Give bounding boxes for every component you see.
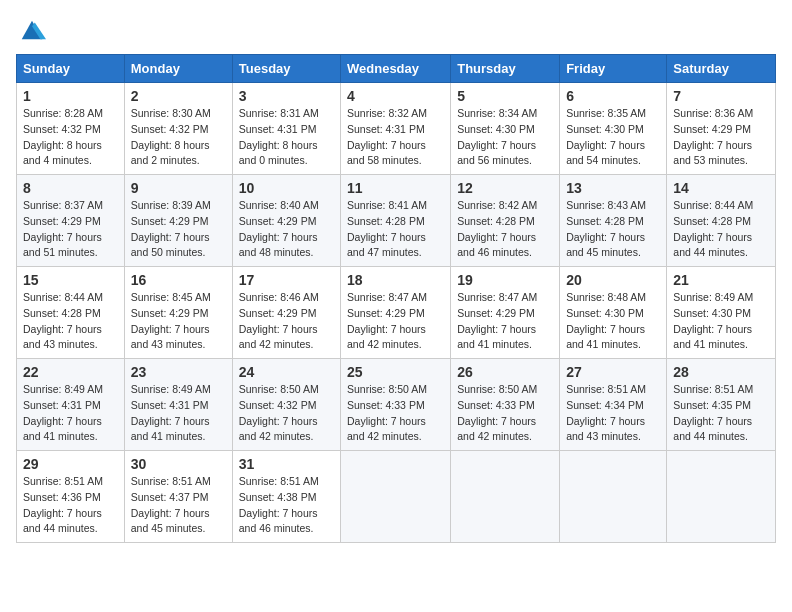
day-detail: Sunrise: 8:47 AM Sunset: 4:29 PM Dayligh… bbox=[457, 291, 537, 350]
day-detail: Sunrise: 8:44 AM Sunset: 4:28 PM Dayligh… bbox=[23, 291, 103, 350]
day-cell bbox=[560, 451, 667, 543]
day-number: 18 bbox=[347, 272, 444, 288]
day-number: 29 bbox=[23, 456, 118, 472]
day-cell: 9 Sunrise: 8:39 AM Sunset: 4:29 PM Dayli… bbox=[124, 175, 232, 267]
day-number: 9 bbox=[131, 180, 226, 196]
day-number: 16 bbox=[131, 272, 226, 288]
day-number: 5 bbox=[457, 88, 553, 104]
day-number: 19 bbox=[457, 272, 553, 288]
day-number: 17 bbox=[239, 272, 334, 288]
day-detail: Sunrise: 8:48 AM Sunset: 4:30 PM Dayligh… bbox=[566, 291, 646, 350]
day-cell: 5 Sunrise: 8:34 AM Sunset: 4:30 PM Dayli… bbox=[451, 83, 560, 175]
day-cell: 28 Sunrise: 8:51 AM Sunset: 4:35 PM Dayl… bbox=[667, 359, 776, 451]
day-cell: 22 Sunrise: 8:49 AM Sunset: 4:31 PM Dayl… bbox=[17, 359, 125, 451]
day-detail: Sunrise: 8:44 AM Sunset: 4:28 PM Dayligh… bbox=[673, 199, 753, 258]
day-number: 26 bbox=[457, 364, 553, 380]
day-number: 2 bbox=[131, 88, 226, 104]
day-detail: Sunrise: 8:32 AM Sunset: 4:31 PM Dayligh… bbox=[347, 107, 427, 166]
day-detail: Sunrise: 8:36 AM Sunset: 4:29 PM Dayligh… bbox=[673, 107, 753, 166]
col-header-wednesday: Wednesday bbox=[341, 55, 451, 83]
day-cell: 11 Sunrise: 8:41 AM Sunset: 4:28 PM Dayl… bbox=[341, 175, 451, 267]
col-header-thursday: Thursday bbox=[451, 55, 560, 83]
day-cell: 3 Sunrise: 8:31 AM Sunset: 4:31 PM Dayli… bbox=[232, 83, 340, 175]
day-number: 20 bbox=[566, 272, 660, 288]
day-detail: Sunrise: 8:51 AM Sunset: 4:37 PM Dayligh… bbox=[131, 475, 211, 534]
day-number: 8 bbox=[23, 180, 118, 196]
day-detail: Sunrise: 8:34 AM Sunset: 4:30 PM Dayligh… bbox=[457, 107, 537, 166]
day-cell bbox=[341, 451, 451, 543]
week-row-1: 1 Sunrise: 8:28 AM Sunset: 4:32 PM Dayli… bbox=[17, 83, 776, 175]
week-row-3: 15 Sunrise: 8:44 AM Sunset: 4:28 PM Dayl… bbox=[17, 267, 776, 359]
col-header-saturday: Saturday bbox=[667, 55, 776, 83]
day-detail: Sunrise: 8:46 AM Sunset: 4:29 PM Dayligh… bbox=[239, 291, 319, 350]
day-cell: 31 Sunrise: 8:51 AM Sunset: 4:38 PM Dayl… bbox=[232, 451, 340, 543]
day-cell bbox=[667, 451, 776, 543]
day-detail: Sunrise: 8:39 AM Sunset: 4:29 PM Dayligh… bbox=[131, 199, 211, 258]
day-cell: 26 Sunrise: 8:50 AM Sunset: 4:33 PM Dayl… bbox=[451, 359, 560, 451]
day-number: 12 bbox=[457, 180, 553, 196]
day-number: 24 bbox=[239, 364, 334, 380]
day-detail: Sunrise: 8:47 AM Sunset: 4:29 PM Dayligh… bbox=[347, 291, 427, 350]
day-cell: 10 Sunrise: 8:40 AM Sunset: 4:29 PM Dayl… bbox=[232, 175, 340, 267]
day-cell bbox=[451, 451, 560, 543]
week-row-2: 8 Sunrise: 8:37 AM Sunset: 4:29 PM Dayli… bbox=[17, 175, 776, 267]
day-detail: Sunrise: 8:40 AM Sunset: 4:29 PM Dayligh… bbox=[239, 199, 319, 258]
day-cell: 2 Sunrise: 8:30 AM Sunset: 4:32 PM Dayli… bbox=[124, 83, 232, 175]
day-cell: 19 Sunrise: 8:47 AM Sunset: 4:29 PM Dayl… bbox=[451, 267, 560, 359]
day-number: 14 bbox=[673, 180, 769, 196]
day-number: 27 bbox=[566, 364, 660, 380]
day-detail: Sunrise: 8:30 AM Sunset: 4:32 PM Dayligh… bbox=[131, 107, 211, 166]
day-detail: Sunrise: 8:51 AM Sunset: 4:36 PM Dayligh… bbox=[23, 475, 103, 534]
day-detail: Sunrise: 8:49 AM Sunset: 4:30 PM Dayligh… bbox=[673, 291, 753, 350]
day-detail: Sunrise: 8:49 AM Sunset: 4:31 PM Dayligh… bbox=[131, 383, 211, 442]
day-number: 7 bbox=[673, 88, 769, 104]
day-detail: Sunrise: 8:45 AM Sunset: 4:29 PM Dayligh… bbox=[131, 291, 211, 350]
day-cell: 18 Sunrise: 8:47 AM Sunset: 4:29 PM Dayl… bbox=[341, 267, 451, 359]
day-number: 23 bbox=[131, 364, 226, 380]
day-cell: 8 Sunrise: 8:37 AM Sunset: 4:29 PM Dayli… bbox=[17, 175, 125, 267]
day-cell: 14 Sunrise: 8:44 AM Sunset: 4:28 PM Dayl… bbox=[667, 175, 776, 267]
day-number: 30 bbox=[131, 456, 226, 472]
day-cell: 17 Sunrise: 8:46 AM Sunset: 4:29 PM Dayl… bbox=[232, 267, 340, 359]
day-cell: 29 Sunrise: 8:51 AM Sunset: 4:36 PM Dayl… bbox=[17, 451, 125, 543]
col-header-friday: Friday bbox=[560, 55, 667, 83]
day-number: 3 bbox=[239, 88, 334, 104]
day-detail: Sunrise: 8:42 AM Sunset: 4:28 PM Dayligh… bbox=[457, 199, 537, 258]
day-detail: Sunrise: 8:51 AM Sunset: 4:38 PM Dayligh… bbox=[239, 475, 319, 534]
day-detail: Sunrise: 8:50 AM Sunset: 4:33 PM Dayligh… bbox=[457, 383, 537, 442]
day-number: 13 bbox=[566, 180, 660, 196]
day-cell: 7 Sunrise: 8:36 AM Sunset: 4:29 PM Dayli… bbox=[667, 83, 776, 175]
day-number: 10 bbox=[239, 180, 334, 196]
day-detail: Sunrise: 8:50 AM Sunset: 4:32 PM Dayligh… bbox=[239, 383, 319, 442]
day-detail: Sunrise: 8:37 AM Sunset: 4:29 PM Dayligh… bbox=[23, 199, 103, 258]
day-detail: Sunrise: 8:31 AM Sunset: 4:31 PM Dayligh… bbox=[239, 107, 319, 166]
day-cell: 24 Sunrise: 8:50 AM Sunset: 4:32 PM Dayl… bbox=[232, 359, 340, 451]
day-cell: 25 Sunrise: 8:50 AM Sunset: 4:33 PM Dayl… bbox=[341, 359, 451, 451]
day-cell: 20 Sunrise: 8:48 AM Sunset: 4:30 PM Dayl… bbox=[560, 267, 667, 359]
day-number: 22 bbox=[23, 364, 118, 380]
col-header-monday: Monday bbox=[124, 55, 232, 83]
day-detail: Sunrise: 8:41 AM Sunset: 4:28 PM Dayligh… bbox=[347, 199, 427, 258]
day-cell: 6 Sunrise: 8:35 AM Sunset: 4:30 PM Dayli… bbox=[560, 83, 667, 175]
calendar-table: SundayMondayTuesdayWednesdayThursdayFrid… bbox=[16, 54, 776, 543]
day-detail: Sunrise: 8:50 AM Sunset: 4:33 PM Dayligh… bbox=[347, 383, 427, 442]
col-header-sunday: Sunday bbox=[17, 55, 125, 83]
col-header-tuesday: Tuesday bbox=[232, 55, 340, 83]
day-cell: 1 Sunrise: 8:28 AM Sunset: 4:32 PM Dayli… bbox=[17, 83, 125, 175]
logo bbox=[16, 16, 46, 44]
day-number: 15 bbox=[23, 272, 118, 288]
day-cell: 21 Sunrise: 8:49 AM Sunset: 4:30 PM Dayl… bbox=[667, 267, 776, 359]
day-number: 11 bbox=[347, 180, 444, 196]
day-number: 6 bbox=[566, 88, 660, 104]
day-cell: 27 Sunrise: 8:51 AM Sunset: 4:34 PM Dayl… bbox=[560, 359, 667, 451]
day-number: 28 bbox=[673, 364, 769, 380]
day-cell: 12 Sunrise: 8:42 AM Sunset: 4:28 PM Dayl… bbox=[451, 175, 560, 267]
day-number: 21 bbox=[673, 272, 769, 288]
day-detail: Sunrise: 8:35 AM Sunset: 4:30 PM Dayligh… bbox=[566, 107, 646, 166]
day-number: 4 bbox=[347, 88, 444, 104]
day-cell: 16 Sunrise: 8:45 AM Sunset: 4:29 PM Dayl… bbox=[124, 267, 232, 359]
day-detail: Sunrise: 8:49 AM Sunset: 4:31 PM Dayligh… bbox=[23, 383, 103, 442]
logo-icon bbox=[18, 16, 46, 44]
day-detail: Sunrise: 8:43 AM Sunset: 4:28 PM Dayligh… bbox=[566, 199, 646, 258]
page-header bbox=[16, 16, 776, 44]
